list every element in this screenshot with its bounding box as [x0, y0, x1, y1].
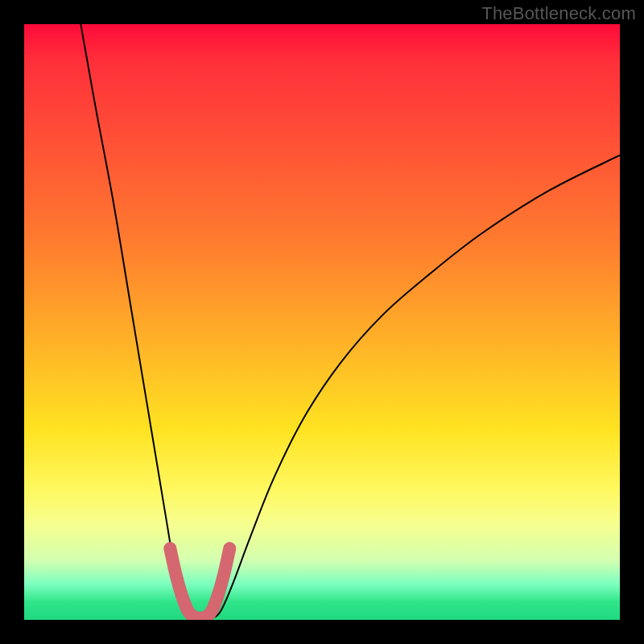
chart-svg — [24, 24, 620, 620]
watermark-text: TheBottleneck.com — [481, 3, 636, 24]
chart-plot-area — [24, 24, 620, 620]
highlight-band — [170, 548, 229, 618]
bottleneck-curve — [80, 24, 620, 619]
